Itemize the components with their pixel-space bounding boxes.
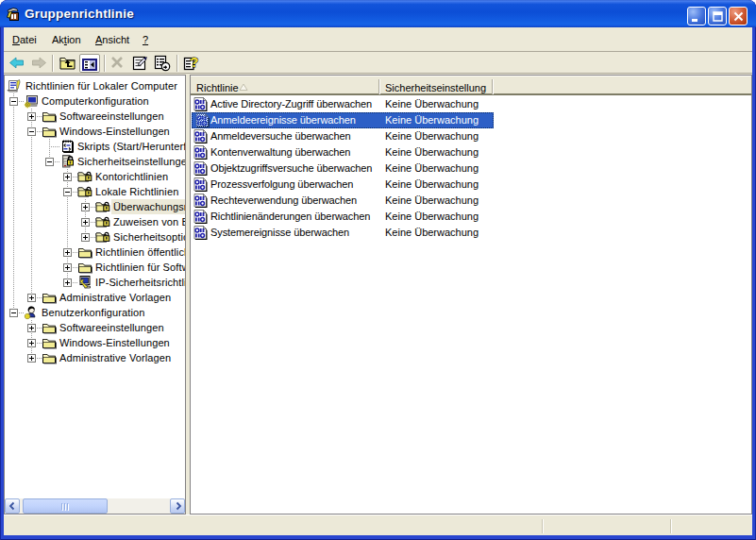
svg-text:?: ?: [190, 55, 198, 70]
